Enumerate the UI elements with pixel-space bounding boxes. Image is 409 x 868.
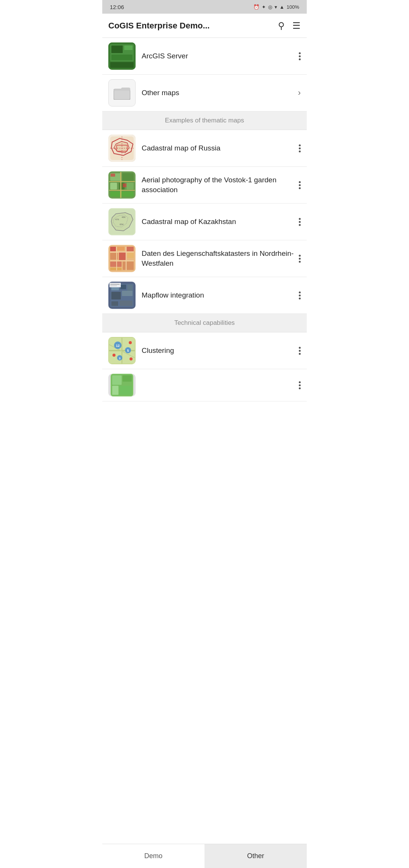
svg-rect-59 [111, 301, 118, 306]
svg-rect-58 [122, 291, 133, 296]
app-header: CoGIS Enterprise Demo... ⚲ ☰ [102, 14, 307, 38]
svg-rect-81 [112, 375, 122, 385]
other-maps-label: Other maps [142, 88, 295, 98]
section-technical: Technical capabilities [102, 314, 307, 332]
aerial-label: Aerial photography of the Vostok-1 garde… [142, 175, 296, 194]
wifi-icon: ▾ [275, 4, 277, 10]
status-bar: 12:06 ⏰ ✦ ◎ ▾ ▲ 100% [102, 0, 307, 14]
content-scroll: ArcGIS Server Other maps › Examples of t… [102, 38, 307, 428]
arcgis-thumbnail [108, 42, 136, 70]
menu-icon[interactable]: ☰ [292, 20, 301, 31]
last-more-button[interactable] [299, 381, 301, 389]
mapflow-label: Mapflow integration [142, 290, 296, 300]
battery-icon: 100% [287, 4, 299, 10]
alarm-icon: ⏰ [253, 4, 259, 10]
location-icon: ◎ [268, 4, 272, 10]
svg-rect-61 [109, 283, 121, 287]
svg-text:65K: 65K [120, 223, 124, 226]
cadastral-russia-more-button[interactable] [299, 144, 301, 152]
status-icons: ⏰ ✦ ◎ ▾ ▲ 100% [253, 4, 299, 10]
svg-text:48K: 48K [122, 216, 126, 218]
bluetooth-icon: ✦ [262, 4, 266, 10]
svg-text:3: 3 [119, 357, 121, 360]
svg-rect-8 [114, 91, 130, 99]
last-thumbnail [108, 374, 136, 396]
svg-rect-43 [127, 252, 134, 258]
svg-rect-45 [123, 262, 134, 270]
svg-rect-84 [119, 386, 132, 395]
arcgis-more-button[interactable] [299, 52, 301, 60]
list-item-mapflow[interactable]: Mapflow integration [102, 277, 307, 314]
svg-rect-46 [110, 268, 122, 270]
mapflow-thumbnail [108, 282, 136, 309]
daten-thumbnail [108, 245, 136, 272]
clustering-more-button[interactable] [299, 347, 301, 355]
list-item-daten[interactable]: Daten des Liegenschaftskatasters in Nord… [102, 240, 307, 277]
svg-text:5: 5 [127, 349, 129, 353]
list-item-cadastral-russia[interactable]: Cadastral map of Russia [102, 130, 307, 167]
svg-rect-60 [120, 301, 133, 306]
header-icons: ⚲ ☰ [278, 20, 301, 31]
status-time: 12:06 [110, 4, 124, 10]
daten-label: Daten des Liegenschaftskatasters in Nord… [142, 249, 296, 268]
svg-rect-28 [123, 183, 126, 187]
svg-rect-38 [110, 247, 116, 251]
cadastral-russia-thumbnail [108, 135, 136, 162]
svg-rect-4 [111, 55, 133, 60]
cadastral-russia-label: Cadastral map of Russia [142, 143, 296, 153]
svg-rect-56 [127, 285, 133, 291]
cadastral-kz-label: Cadastral map of Kazakhstan [142, 217, 296, 227]
svg-rect-2 [111, 45, 123, 53]
svg-rect-40 [126, 247, 134, 251]
svg-point-78 [130, 357, 133, 360]
list-item-other-maps[interactable]: Other maps › [102, 75, 307, 111]
list-item-clustering[interactable]: 12 5 3 Clustering [102, 332, 307, 369]
svg-rect-39 [117, 247, 125, 251]
list-item-aerial-vostok[interactable]: Aerial photography of the Vostok-1 garde… [102, 167, 307, 204]
svg-rect-27 [111, 174, 115, 177]
clustering-thumbnail: 12 5 3 [108, 337, 136, 364]
svg-rect-22 [126, 183, 134, 190]
svg-rect-23 [110, 191, 134, 197]
cadastral-kz-thumbnail: 47K 48K 65K [108, 208, 136, 235]
svg-rect-63 [110, 285, 117, 286]
svg-rect-5 [110, 62, 134, 68]
mapflow-more-button[interactable] [299, 291, 301, 299]
list-item-cadastral-kz[interactable]: 47K 48K 65K Cadastral map of Kazakhstan [102, 204, 307, 240]
svg-rect-19 [122, 173, 134, 181]
svg-rect-62 [110, 284, 120, 285]
app-title: CoGIS Enterprise Demo... [108, 21, 278, 31]
daten-more-button[interactable] [299, 255, 301, 263]
svg-rect-82 [123, 375, 132, 382]
svg-rect-55 [120, 285, 126, 289]
other-maps-thumbnail [108, 79, 136, 107]
signal-icon: ▲ [279, 4, 284, 10]
list-item-arcgis[interactable]: ArcGIS Server [102, 38, 307, 75]
svg-rect-20 [110, 183, 117, 190]
other-maps-arrow: › [298, 88, 301, 98]
svg-rect-83 [112, 386, 119, 395]
list-item-last-partial[interactable] [102, 369, 307, 401]
aerial-more-button[interactable] [299, 181, 301, 189]
svg-rect-3 [124, 45, 133, 50]
svg-rect-42 [119, 252, 126, 260]
svg-rect-44 [110, 262, 122, 267]
svg-rect-57 [111, 292, 121, 299]
section-thematic: Examples of thematic maps [102, 111, 307, 130]
svg-point-76 [129, 341, 132, 344]
arcgis-label: ArcGIS Server [142, 51, 296, 61]
svg-text:47K: 47K [115, 218, 119, 221]
search-icon[interactable]: ⚲ [278, 20, 285, 31]
aerial-thumbnail [108, 171, 136, 199]
svg-text:12: 12 [116, 344, 120, 348]
svg-point-77 [112, 354, 116, 357]
clustering-label: Clustering [142, 346, 296, 356]
cadastral-kz-more-button[interactable] [299, 218, 301, 226]
